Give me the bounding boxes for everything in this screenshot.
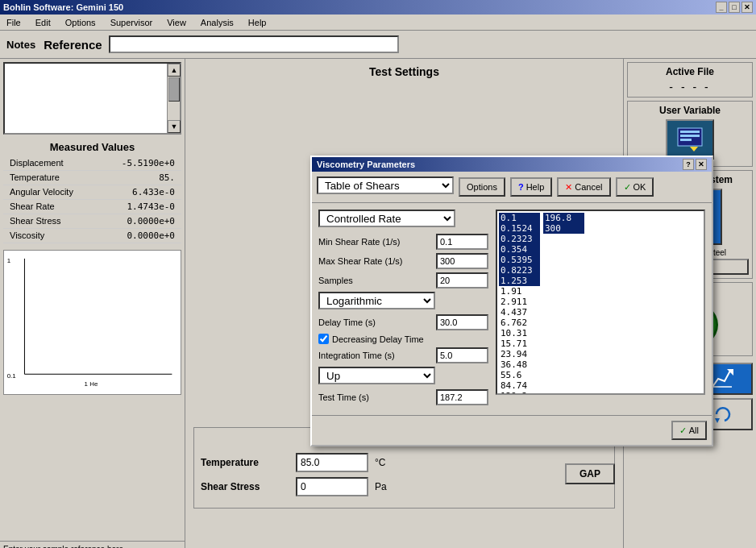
manual-temperature-row: Temperature °C <box>201 453 608 472</box>
minimize-button[interactable]: _ <box>716 2 727 13</box>
samples-input[interactable] <box>436 272 488 289</box>
integration-time-input[interactable] <box>436 347 488 363</box>
scroll-up-btn[interactable]: ▲ <box>168 64 181 77</box>
chart-area: 0.1 1 He 1 <box>3 250 181 395</box>
max-shear-rate-label: Max Shear Rate (1/s) <box>318 256 431 266</box>
notes-scrollbar[interactable]: ▲ ▼ <box>167 64 180 133</box>
ok-label: OK <box>633 182 646 192</box>
menu-analysis[interactable]: Analysis <box>197 16 237 29</box>
help-button[interactable]: ? Help <box>510 177 552 197</box>
user-variable-icon[interactable] <box>666 119 714 160</box>
data-item[interactable]: 0.354 <box>499 244 540 255</box>
menu-supervisor[interactable]: Supervisor <box>107 16 156 29</box>
data-column-2[interactable]: 196.8 300 <box>542 211 586 395</box>
shear-stress-unit: Pa <box>375 481 387 492</box>
options-button[interactable]: Options <box>459 177 505 197</box>
maximize-button[interactable]: □ <box>729 2 740 13</box>
window-controls[interactable]: _ □ ✕ <box>716 2 753 13</box>
scroll-down-btn[interactable]: ▼ <box>168 120 181 133</box>
main-layout: ▲ ▼ Measured Values Displacement -5.5190… <box>0 59 756 548</box>
data-item[interactable]: 10.31 <box>499 328 540 338</box>
data-item[interactable]: 0.8223 <box>499 265 540 276</box>
delay-time-input[interactable] <box>436 314 488 330</box>
data-item[interactable]: 129.2 <box>499 391 540 395</box>
menu-bar: File Edit Options Supervisor View Analys… <box>0 15 756 31</box>
decreasing-delay-row: Decreasing Delay Time <box>318 334 489 344</box>
data-item[interactable]: 23.94 <box>499 349 540 359</box>
data-item[interactable]: 0.5395 <box>499 255 540 265</box>
ok-button[interactable]: ✓ OK <box>616 177 654 197</box>
dialog-close-btn[interactable]: ✕ <box>696 159 707 170</box>
data-column-1[interactable]: 0.1 0.1524 0.2323 0.354 0.5395 0.8223 1.… <box>497 211 542 395</box>
menu-options[interactable]: Options <box>62 16 99 29</box>
viscosity-value: 0.0000e+0 <box>127 230 175 241</box>
data-item[interactable]: 4.437 <box>499 307 540 318</box>
data-item[interactable]: 2.911 <box>499 297 540 307</box>
shear-rate-value: 1.4743e-0 <box>127 201 175 212</box>
all-button[interactable]: ✓ All <box>671 421 707 440</box>
manual-temperature-input[interactable] <box>296 453 368 472</box>
menu-view[interactable]: View <box>164 16 189 29</box>
shear-stress-value: 0.0000e+0 <box>127 216 175 226</box>
min-shear-rate-input[interactable] <box>436 234 488 250</box>
cancel-button[interactable]: ✕ Cancel <box>557 177 610 197</box>
reference-input[interactable] <box>109 35 399 53</box>
header-area: Notes Reference VISCOMETRY <box>0 31 756 59</box>
min-shear-rate-label: Min Shear Rate (1/s) <box>318 237 431 247</box>
measurement-shear-rate: Shear Rate 1.4743e-0 <box>3 200 181 214</box>
scroll-track <box>168 77 180 120</box>
measurement-temperature: Temperature 85. <box>3 171 181 185</box>
user-variable-title: User Variable <box>631 105 749 116</box>
test-time-input[interactable] <box>436 389 488 405</box>
scroll-thumb[interactable] <box>168 77 180 102</box>
notes-area[interactable]: ▲ ▼ <box>3 62 181 135</box>
dialog-title-buttons[interactable]: ? ✕ <box>683 159 707 170</box>
max-shear-rate-input[interactable] <box>436 253 488 269</box>
data-item[interactable]: 6.762 <box>499 318 540 328</box>
integration-time-row: Integration Time (s) <box>318 347 489 363</box>
menu-help[interactable]: Help <box>245 16 270 29</box>
logarithmic-dropdown[interactable]: Logarithmic <box>318 292 435 309</box>
integration-time-label: Integration Time (s) <box>318 351 431 360</box>
data-item[interactable]: 196.8 <box>543 213 584 223</box>
controlled-rate-dropdown[interactable]: Controlled Rate <box>318 210 455 227</box>
cancel-label: Cancel <box>575 182 602 192</box>
help-label: Help <box>526 182 545 192</box>
manual-shear-stress-label: Shear Stress <box>201 481 289 492</box>
shear-rate-label: Shear Rate <box>10 201 55 212</box>
close-button[interactable]: ✕ <box>741 2 753 13</box>
data-item[interactable]: 0.2323 <box>499 234 540 244</box>
dialog-title: Viscometry Parameters <box>317 160 415 169</box>
decreasing-delay-checkbox[interactable] <box>318 334 329 344</box>
help-icon: ? <box>518 182 524 192</box>
data-item[interactable]: 300 <box>543 223 584 234</box>
active-file-title: Active File <box>631 66 749 77</box>
data-item[interactable]: 84.74 <box>499 380 540 391</box>
manual-shear-stress-row: Shear Stress Pa <box>201 477 608 496</box>
data-item[interactable]: 36.48 <box>499 359 540 370</box>
notes-label: Notes <box>6 39 35 51</box>
table-of-shears-dropdown[interactable]: Table of Shears <box>317 176 454 194</box>
gap-button[interactable]: GAP <box>565 463 615 484</box>
menu-edit[interactable]: Edit <box>32 16 54 29</box>
angular-velocity-label: Angular Velocity <box>10 187 73 197</box>
viscosity-label: Viscosity <box>10 230 44 241</box>
data-item[interactable]: 1.253 <box>499 276 540 286</box>
cancel-icon: ✕ <box>565 182 572 193</box>
shear-data-list[interactable]: 0.1 0.1524 0.2323 0.354 0.5395 0.8223 1.… <box>496 210 705 395</box>
manual-shear-stress-input[interactable] <box>296 477 368 496</box>
dialog-form: Controlled Rate Min Shear Rate (1/s) Max… <box>318 210 489 409</box>
svg-rect-6 <box>680 131 700 133</box>
app-title: Bohlin Software: Gemini 150 <box>3 2 123 12</box>
data-item[interactable]: 55.6 <box>499 370 540 380</box>
up-dropdown[interactable]: Up <box>318 367 435 384</box>
data-item[interactable]: 0.1524 <box>499 223 540 234</box>
active-file-section: Active File - - - - <box>627 62 753 98</box>
dialog-help-btn[interactable]: ? <box>683 159 694 170</box>
data-item[interactable]: 1.91 <box>499 286 540 297</box>
data-item[interactable]: 15.71 <box>499 338 540 349</box>
options-label: Options <box>467 182 497 192</box>
active-file-value: - - - - <box>631 81 749 93</box>
menu-file[interactable]: File <box>3 16 24 29</box>
data-item[interactable]: 0.1 <box>499 213 540 223</box>
